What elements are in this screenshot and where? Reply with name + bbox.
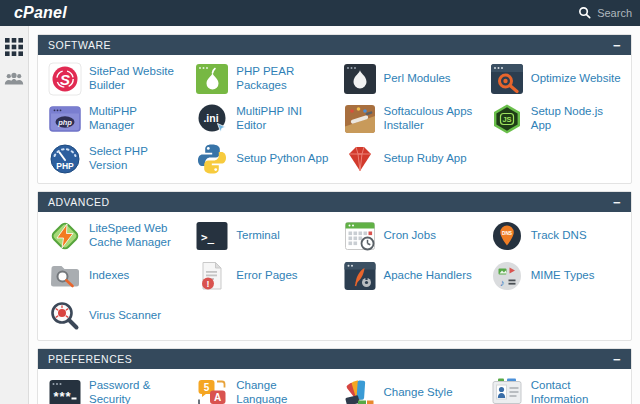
optimize-icon: [490, 62, 524, 96]
ini-editor-icon: .ini: [195, 102, 229, 136]
item-label: Virus Scanner: [89, 309, 161, 323]
section-grid: LiteSpeed Web Cache Manager>_TerminalCro…: [38, 212, 631, 340]
item-error-pages[interactable]: !Error Pages: [187, 256, 334, 296]
left-sidebar: [0, 26, 29, 404]
dns-icon: DNS: [490, 219, 524, 253]
item-multiphp-manager[interactable]: phpMultiPHP Manager: [40, 99, 187, 139]
contact-icon: [490, 376, 524, 404]
language-icon: 5A: [195, 376, 229, 404]
search-button[interactable]: Search: [578, 6, 632, 21]
item-label: Softaculous Apps Installer: [384, 105, 478, 133]
section-grid: ***Password & Security5AChange LanguageC…: [38, 369, 631, 404]
item-label: Contact Information: [531, 379, 625, 404]
pear-icon: [195, 62, 229, 96]
section-grid: SSitePad Website BuilderPHP PEAR Package…: [38, 55, 631, 183]
item-litespeed-web-cache-manager[interactable]: LiteSpeed Web Cache Manager: [40, 216, 187, 256]
ruby-icon: [343, 142, 377, 176]
item-terminal[interactable]: >_Terminal: [187, 216, 334, 256]
item-track-dns[interactable]: DNSTrack DNS: [482, 216, 629, 256]
item-sitepad-website-builder[interactable]: SSitePad Website Builder: [40, 59, 187, 99]
item-label: Password & Security: [89, 379, 183, 404]
item-label: LiteSpeed Web Cache Manager: [89, 222, 183, 250]
section-software: SOFTWARE−SSitePad Website BuilderPHP PEA…: [37, 34, 632, 184]
item-label: Select PHP Version: [89, 145, 183, 173]
section-title: ADVANCED: [48, 196, 110, 208]
item-perl-modules[interactable]: Perl Modules: [335, 59, 482, 99]
virus-icon: [48, 299, 82, 333]
item-label: MultiPHP Manager: [89, 105, 183, 133]
svg-text:.ini: .ini: [204, 112, 219, 124]
item-label: Cron Jobs: [384, 229, 436, 243]
section-header-preferences[interactable]: PREFERENCES−: [38, 349, 631, 369]
python-icon: [195, 142, 229, 176]
item-label: Optimize Website: [531, 72, 621, 86]
section-title: SOFTWARE: [48, 39, 111, 51]
user-groups-icon[interactable]: [4, 72, 24, 86]
item-label: Apache Handlers: [384, 269, 472, 283]
item-label: Setup Ruby App: [384, 152, 467, 166]
item-label: Change Style: [384, 386, 453, 400]
item-label: Error Pages: [236, 269, 297, 283]
search-icon: [578, 6, 591, 21]
top-navigation-bar: cPanel Search: [0, 0, 640, 26]
item-setup-python-app[interactable]: Setup Python App: [187, 139, 334, 179]
collapse-icon[interactable]: −: [613, 196, 621, 209]
item-php-pear-packages[interactable]: PHP PEAR Packages: [187, 59, 334, 99]
svg-text:DNS: DNS: [502, 231, 513, 236]
search-label: Search: [597, 7, 632, 19]
item-label: MultiPHP INI Editor: [236, 105, 330, 133]
item-label: Perl Modules: [384, 72, 451, 86]
item-multiphp-ini-editor[interactable]: .iniMultiPHP INI Editor: [187, 99, 334, 139]
section-advanced: ADVANCED−LiteSpeed Web Cache Manager>_Te…: [37, 191, 632, 341]
svg-text:♪: ♪: [499, 277, 504, 288]
svg-text:>_: >_: [201, 231, 215, 244]
section-title: PREFERENCES: [48, 353, 132, 365]
svg-text:PHP: PHP: [56, 161, 74, 171]
item-label: Indexes: [89, 269, 129, 283]
item-virus-scanner[interactable]: Virus Scanner: [40, 296, 187, 336]
collapse-icon[interactable]: −: [613, 39, 621, 52]
item-contact-information[interactable]: Contact Information: [482, 373, 629, 404]
svg-text:5: 5: [204, 382, 210, 393]
cron-icon: [343, 219, 377, 253]
php-version-icon: PHP: [48, 142, 82, 176]
item-apache-handlers[interactable]: Apache Handlers: [335, 256, 482, 296]
item-label: PHP PEAR Packages: [236, 65, 330, 93]
item-softaculous-apps-installer[interactable]: Softaculous Apps Installer: [335, 99, 482, 139]
svg-text:A: A: [214, 392, 221, 403]
apache-icon: [343, 259, 377, 293]
item-setup-node-js-app[interactable]: JSSetup Node.js App: [482, 99, 629, 139]
item-label: Track DNS: [531, 229, 587, 243]
collapse-icon[interactable]: −: [613, 353, 621, 366]
apps-grid-icon[interactable]: [5, 38, 23, 56]
item-optimize-website[interactable]: Optimize Website: [482, 59, 629, 99]
svg-text:JS: JS: [502, 115, 511, 124]
item-cron-jobs[interactable]: Cron Jobs: [335, 216, 482, 256]
item-change-style[interactable]: Change Style: [335, 373, 482, 404]
terminal-icon: >_: [195, 219, 229, 253]
main-content: SOFTWARE−SSitePad Website BuilderPHP PEA…: [29, 26, 640, 404]
item-indexes[interactable]: Indexes: [40, 256, 187, 296]
item-label: Terminal: [236, 229, 279, 243]
nodejs-icon: JS: [490, 102, 524, 136]
litespeed-icon: [48, 219, 82, 253]
item-mime-types[interactable]: ♪MIME Types: [482, 256, 629, 296]
item-label: Setup Node.js App: [531, 105, 625, 133]
item-label: MIME Types: [531, 269, 595, 283]
style-icon: [343, 376, 377, 404]
section-header-advanced[interactable]: ADVANCED−: [38, 192, 631, 212]
sitepad-icon: S: [48, 62, 82, 96]
item-select-php-version[interactable]: PHPSelect PHP Version: [40, 139, 187, 179]
softaculous-icon: [343, 102, 377, 136]
svg-text:***: ***: [54, 389, 72, 404]
svg-text:php: php: [57, 118, 72, 127]
svg-text:S: S: [60, 71, 70, 88]
indexes-icon: [48, 259, 82, 293]
perl-icon: [343, 62, 377, 96]
item-setup-ruby-app[interactable]: Setup Ruby App: [335, 139, 482, 179]
item-change-language[interactable]: 5AChange Language: [187, 373, 334, 404]
password-icon: ***: [48, 376, 82, 404]
section-header-software[interactable]: SOFTWARE−: [38, 35, 631, 55]
item-password-security[interactable]: ***Password & Security: [40, 373, 187, 404]
mime-icon: ♪: [490, 259, 524, 293]
